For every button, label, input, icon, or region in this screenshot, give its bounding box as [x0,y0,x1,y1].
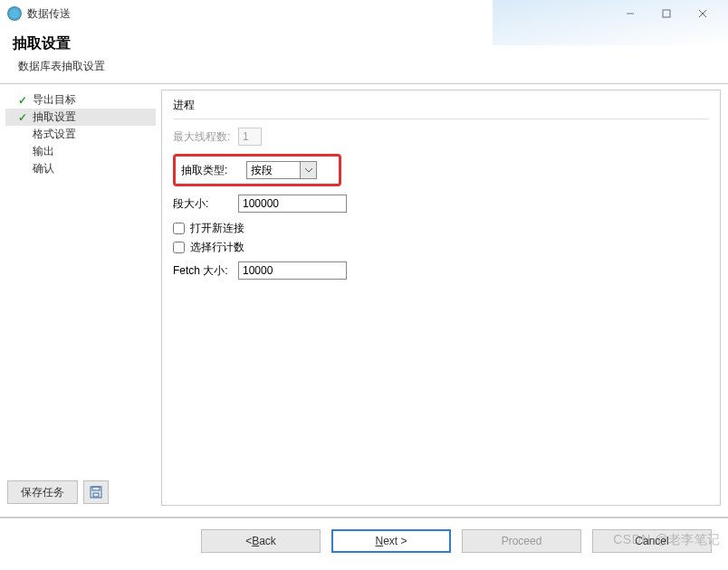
extract-type-label: 抽取类型: [181,163,246,178]
step-format-settings[interactable]: ✓ 格式设置 [5,126,156,143]
section-divider [173,119,709,119]
titlebar: 数据传送 [0,0,728,27]
back-mnemonic: B [252,535,259,547]
step-label: 格式设置 [33,127,76,142]
check-icon: ✓ [18,111,29,124]
main-area: ✓ 导出目标 ✓ 抽取设置 ✓ 格式设置 ✓ 输出 ✓ 确认 保存任务 [0,84,728,511]
max-threads-label: 最大线程数: [173,129,238,145]
next-mnemonic: N [375,535,383,547]
step-extract-settings[interactable]: ✓ 抽取设置 [5,109,156,126]
app-icon [7,6,22,21]
segment-size-label: 段大小: [173,196,238,212]
floppy-icon [90,486,102,499]
check-icon: ✓ [18,94,29,107]
step-label: 确认 [33,161,54,176]
fetch-size-input[interactable] [238,261,347,280]
row-fetch-size: Fetch 大小: [173,261,709,280]
chevron-down-icon [300,162,316,178]
page-heading: 抽取设置 数据库表抽取设置 [0,27,728,78]
open-new-conn-label: 打开新连接 [190,221,244,236]
next-suffix: ext > [383,535,407,547]
step-output[interactable]: ✓ 输出 [5,143,156,160]
wizard-sidebar: ✓ 导出目标 ✓ 抽取设置 ✓ 格式设置 ✓ 输出 ✓ 确认 保存任务 [0,84,161,511]
back-prefix: < [245,535,252,547]
next-button[interactable]: Next > [331,529,451,553]
extract-type-highlight: 抽取类型: 按段 [173,154,341,186]
wizard-footer: < Back Next > Proceed Cancel [0,518,728,563]
step-label: 输出 [33,144,54,159]
row-segment-size: 段大小: [173,194,709,214]
sidebar-actions: 保存任务 [7,480,109,504]
row-select-row-count: 选择行计数 [173,240,709,255]
step-label: 抽取设置 [33,109,76,125]
svg-rect-6 [93,493,99,497]
row-max-threads: 最大线程数: [173,127,709,147]
settings-panel: 进程 最大线程数: 抽取类型: 按段 段大小: 打开新连接 [161,90,721,506]
cancel-button[interactable]: Cancel [592,529,712,553]
fetch-size-label: Fetch 大小: [173,263,238,279]
extract-type-value: 按段 [247,163,300,178]
back-button[interactable]: < Back [201,529,321,553]
extract-type-dropdown[interactable]: 按段 [246,161,317,179]
max-threads-input [238,128,262,146]
minimize-button[interactable] [612,1,648,26]
page-title: 抽取设置 [13,34,715,53]
window-controls [612,1,721,26]
select-row-count-label: 选择行计数 [190,240,244,255]
svg-rect-1 [663,10,670,17]
page-subtitle: 数据库表抽取设置 [13,59,715,74]
step-export-target[interactable]: ✓ 导出目标 [5,91,156,109]
save-config-icon-button[interactable] [83,480,109,504]
back-suffix: ack [259,535,276,547]
row-open-new-conn: 打开新连接 [173,221,709,236]
select-row-count-checkbox[interactable] [173,242,185,253]
close-button[interactable] [685,1,721,26]
row-extract-type: 抽取类型: 按段 [181,160,333,180]
save-task-button[interactable]: 保存任务 [7,480,78,504]
window-title: 数据传送 [27,6,71,22]
section-label-process: 进程 [173,98,709,113]
open-new-conn-checkbox[interactable] [173,223,185,234]
step-list: ✓ 导出目标 ✓ 抽取设置 ✓ 格式设置 ✓ 输出 ✓ 确认 [5,91,156,177]
step-confirm[interactable]: ✓ 确认 [5,160,156,177]
step-label: 导出目标 [33,92,76,108]
svg-rect-5 [92,487,100,490]
maximize-button[interactable] [648,1,685,26]
segment-size-input[interactable] [238,195,347,213]
proceed-button: Proceed [462,529,581,553]
